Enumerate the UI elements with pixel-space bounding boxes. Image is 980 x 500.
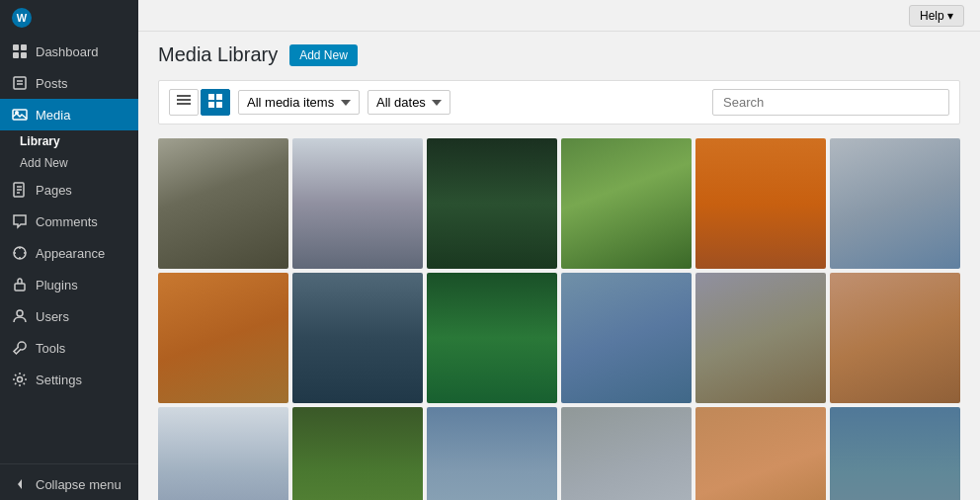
- settings-icon: [12, 372, 28, 387]
- media-item[interactable]: [561, 138, 692, 269]
- svg-rect-22: [208, 102, 214, 108]
- sidebar-item-label: Posts: [36, 76, 68, 91]
- sidebar-item-posts[interactable]: Posts: [0, 67, 138, 99]
- sidebar-item-label: Media: [36, 108, 70, 123]
- view-toggle: [169, 89, 230, 116]
- media-item[interactable]: [292, 138, 423, 269]
- media-icon: [12, 107, 28, 123]
- svg-rect-4: [14, 77, 26, 89]
- svg-point-15: [17, 310, 23, 316]
- main-content: Help ▾ Media Library Add New All media i…: [138, 0, 980, 500]
- collapse-icon: [12, 476, 28, 492]
- sidebar-item-label: Collapse menu: [36, 477, 122, 492]
- sidebar-item-label: Tools: [36, 341, 65, 356]
- sidebar-item-comments[interactable]: Comments: [0, 206, 138, 237]
- media-item[interactable]: [292, 273, 423, 403]
- grid-view-button[interactable]: [201, 89, 230, 116]
- media-item[interactable]: [158, 138, 288, 269]
- sidebar-item-label: Users: [36, 309, 69, 324]
- svg-rect-23: [216, 102, 222, 108]
- sidebar-item-media[interactable]: Media: [0, 99, 138, 130]
- svg-rect-0: [13, 44, 19, 50]
- media-item[interactable]: [830, 407, 960, 500]
- sidebar-item-label: Pages: [36, 183, 72, 198]
- search-input[interactable]: [712, 89, 949, 116]
- sidebar-item-appearance[interactable]: Appearance: [0, 237, 138, 269]
- sidebar-item-plugins[interactable]: Plugins: [0, 269, 138, 300]
- svg-rect-3: [21, 52, 27, 58]
- media-toolbar: All media items Images Audio Video Docum…: [158, 80, 960, 125]
- sidebar-item-users[interactable]: Users: [0, 300, 138, 332]
- media-item[interactable]: [427, 138, 557, 269]
- sidebar-item-collapse[interactable]: Collapse menu: [0, 468, 138, 500]
- svg-rect-14: [15, 284, 25, 291]
- media-item[interactable]: [427, 407, 557, 500]
- site-logo[interactable]: W: [0, 0, 138, 36]
- comments-icon: [12, 213, 28, 229]
- svg-rect-20: [208, 94, 214, 100]
- media-item[interactable]: [292, 407, 423, 500]
- sidebar-item-add-new-media[interactable]: Add New: [0, 152, 138, 174]
- sidebar-item-label: Plugins: [36, 278, 78, 292]
- sidebar-item-library[interactable]: Library: [0, 130, 138, 152]
- media-item[interactable]: [695, 138, 826, 269]
- svg-rect-21: [216, 94, 222, 100]
- filter-items-select[interactable]: All media items Images Audio Video Docum…: [238, 90, 360, 115]
- sidebar-sublabel: Add New: [20, 156, 68, 170]
- svg-rect-19: [177, 103, 191, 105]
- content-area: Media Library Add New All media items Im…: [138, 32, 980, 500]
- media-item[interactable]: [830, 273, 960, 403]
- svg-rect-2: [13, 52, 19, 58]
- media-item[interactable]: [830, 138, 960, 269]
- page-title: Media Library: [158, 43, 278, 66]
- filter-dates-select[interactable]: All dates: [368, 90, 450, 115]
- appearance-icon: [12, 245, 28, 261]
- wp-logo-icon: W: [12, 8, 32, 28]
- dashboard-icon: [12, 43, 28, 59]
- media-item[interactable]: [158, 407, 288, 500]
- sidebar-item-settings[interactable]: Settings: [0, 364, 138, 395]
- sidebar-item-pages[interactable]: Pages: [0, 174, 138, 206]
- tools-icon: [12, 340, 28, 356]
- list-view-button[interactable]: [169, 89, 199, 116]
- sidebar: W Dashboard Posts Media Library Add New …: [0, 0, 138, 500]
- sidebar-sublabel: Library: [20, 134, 60, 148]
- svg-rect-18: [177, 99, 191, 101]
- media-item[interactable]: [561, 407, 692, 500]
- pages-icon: [12, 182, 28, 198]
- media-item[interactable]: [561, 273, 692, 403]
- page-header: Media Library Add New: [158, 43, 960, 66]
- svg-point-16: [18, 377, 23, 382]
- posts-icon: [12, 75, 28, 91]
- sidebar-item-tools[interactable]: Tools: [0, 332, 138, 364]
- svg-rect-17: [177, 95, 191, 97]
- sidebar-item-label: Settings: [36, 373, 82, 387]
- media-item[interactable]: [695, 407, 826, 500]
- sidebar-item-dashboard[interactable]: Dashboard: [0, 36, 138, 67]
- plugins-icon: [12, 277, 28, 292]
- add-new-button[interactable]: Add New: [289, 44, 358, 66]
- help-button[interactable]: Help ▾: [909, 5, 964, 27]
- users-icon: [12, 308, 28, 324]
- svg-rect-1: [21, 44, 27, 50]
- media-item[interactable]: [427, 273, 557, 403]
- media-item[interactable]: [695, 273, 826, 403]
- sidebar-item-label: Appearance: [36, 246, 105, 261]
- sidebar-item-label: Dashboard: [36, 44, 99, 59]
- media-grid: [158, 138, 960, 500]
- sidebar-item-label: Comments: [36, 214, 98, 229]
- media-item[interactable]: [158, 273, 288, 403]
- topbar: Help ▾: [138, 0, 980, 32]
